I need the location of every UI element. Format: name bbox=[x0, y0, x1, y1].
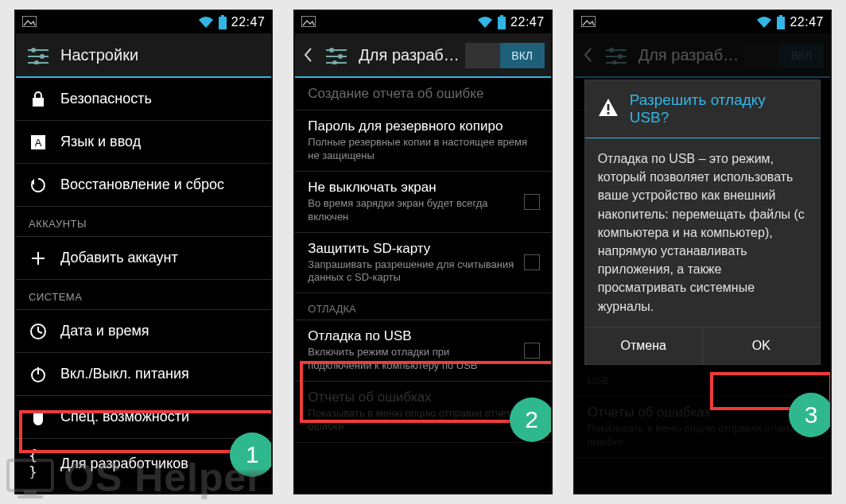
section-system: СИСТЕМА bbox=[16, 280, 271, 310]
step-badge-3: 3 bbox=[789, 393, 832, 437]
power-icon bbox=[29, 366, 48, 383]
phone-screen-2: 22:47 Для разраб… ВКЛ Создание отчета об bbox=[293, 10, 552, 494]
row-label: Спец. возможности bbox=[60, 409, 189, 425]
language-icon: A bbox=[29, 134, 48, 150]
row-label: Дата и время bbox=[60, 323, 149, 339]
svg-point-29 bbox=[338, 54, 343, 59]
svg-text:A: A bbox=[35, 137, 42, 149]
screen-title: Настройки bbox=[60, 46, 263, 64]
svg-rect-9 bbox=[33, 98, 44, 107]
row-label: Вкл./Выкл. питания bbox=[60, 366, 189, 382]
app-bar: Настройки bbox=[16, 33, 271, 78]
warning-icon bbox=[598, 98, 619, 121]
status-bar: 22:47 bbox=[575, 11, 830, 33]
svg-point-36 bbox=[609, 48, 614, 52]
wifi-icon bbox=[198, 16, 214, 29]
row-label: Безопасность bbox=[60, 91, 152, 107]
row-subtitle: Запрашивать разрешение для считывания да… bbox=[308, 258, 515, 285]
svg-point-27 bbox=[329, 48, 334, 52]
status-time: 22:47 bbox=[510, 15, 545, 29]
row-title: Отчеты об ошибках bbox=[588, 405, 819, 421]
settings-sliders-icon bbox=[24, 41, 52, 69]
master-toggle: ВКЛ bbox=[744, 43, 824, 68]
step-badge-1: 1 bbox=[230, 432, 273, 477]
row-protect-sd[interactable]: Защитить SD-карту Запрашивать разрешение… bbox=[295, 233, 550, 294]
row-accessibility[interactable]: Спец. возможности bbox=[16, 396, 271, 439]
dialog-body: Отладка по USB – это режим, который позв… bbox=[585, 138, 820, 327]
row-title: Отладка по USB bbox=[308, 328, 515, 344]
row-label: Для разработчиков bbox=[60, 456, 188, 472]
gallery-icon bbox=[22, 16, 37, 29]
row-language[interactable]: A Язык и ввод bbox=[16, 121, 271, 164]
svg-point-8 bbox=[34, 60, 39, 64]
status-bar: 22:47 bbox=[16, 11, 271, 33]
dialog-actions: Отмена OK bbox=[585, 327, 820, 364]
row-security[interactable]: Безопасность bbox=[16, 78, 271, 121]
wifi-icon bbox=[477, 16, 493, 29]
svg-rect-42 bbox=[607, 104, 609, 110]
row-title: Создание отчета об ошибке bbox=[308, 86, 539, 102]
row-bug-report[interactable]: Создание отчета об ошибке bbox=[295, 78, 550, 110]
row-power-schedule[interactable]: Вкл./Выкл. питания bbox=[16, 353, 271, 396]
plus-icon bbox=[29, 250, 48, 266]
row-title: Не выключать экран bbox=[308, 180, 515, 196]
phone-screen-3: 22:47 Для разраб… ВКЛ Создание отчета об bbox=[573, 10, 832, 494]
battery-icon bbox=[219, 15, 227, 29]
section-accounts: АККАУНТЫ bbox=[16, 207, 271, 237]
phone-screen-1: 22:47 Настройки Безопас bbox=[14, 10, 273, 494]
dialog-title: Разрешить отладку USB? bbox=[630, 91, 807, 126]
status-time: 22:47 bbox=[231, 15, 266, 29]
section-debug: ОТЛАДКА bbox=[295, 293, 550, 320]
row-label: Язык и ввод bbox=[60, 134, 141, 150]
checkbox[interactable] bbox=[524, 194, 540, 210]
status-time: 22:47 bbox=[790, 15, 824, 29]
toggle-on-label: ВКЛ bbox=[500, 43, 545, 68]
master-toggle[interactable]: ВКЛ bbox=[465, 43, 545, 68]
svg-point-6 bbox=[40, 54, 45, 59]
svg-rect-34 bbox=[777, 17, 785, 29]
hand-icon bbox=[29, 409, 48, 426]
row-subtitle: USB bbox=[588, 374, 819, 388]
settings-sliders-icon bbox=[602, 41, 631, 69]
settings-list: Безопасность A Язык и ввод Восстановлени… bbox=[16, 78, 271, 494]
row-add-account[interactable]: Добавить аккаунт bbox=[16, 237, 271, 280]
checkbox[interactable] bbox=[524, 343, 540, 359]
row-date-time[interactable]: Дата и время bbox=[16, 310, 271, 353]
checkbox[interactable] bbox=[524, 254, 540, 270]
wifi-icon bbox=[756, 16, 772, 29]
svg-point-4 bbox=[31, 48, 36, 52]
svg-rect-1 bbox=[221, 15, 224, 17]
status-bar: 22:47 bbox=[295, 11, 550, 33]
row-subtitle: Во время зарядки экран будет всегда вклю… bbox=[308, 197, 515, 224]
back-icon[interactable] bbox=[303, 33, 314, 77]
row-title: Защитить SD-карту bbox=[308, 241, 515, 257]
svg-rect-43 bbox=[607, 112, 609, 114]
svg-rect-33 bbox=[779, 15, 782, 17]
svg-point-31 bbox=[332, 60, 337, 64]
svg-point-38 bbox=[618, 54, 623, 59]
row-backup-password[interactable]: Пароль для резервного копиро Полные резе… bbox=[295, 110, 550, 172]
ok-button[interactable]: OK bbox=[703, 328, 820, 364]
developer-options-list: Создание отчета об ошибке Пароль для рез… bbox=[295, 78, 550, 443]
svg-line-17 bbox=[38, 331, 42, 333]
row-subtitle: Показывать в меню опцию отправки отчета … bbox=[588, 422, 819, 449]
battery-icon bbox=[498, 15, 506, 29]
row-usb-debugging[interactable]: Отладка по USB Включить режим отладки пр… bbox=[295, 320, 550, 382]
lock-icon bbox=[29, 91, 48, 107]
cancel-button[interactable]: Отмена bbox=[585, 328, 703, 364]
row-about-phone[interactable]: О телефоне bbox=[16, 489, 271, 494]
gallery-icon bbox=[581, 16, 596, 29]
restore-icon bbox=[29, 176, 48, 194]
step-badge-2: 2 bbox=[510, 397, 553, 442]
row-label: Добавить аккаунт bbox=[60, 250, 178, 266]
toggle-on-label: ВКЛ bbox=[779, 43, 824, 68]
row-stay-awake[interactable]: Не выключать экран Во время зарядки экра… bbox=[295, 172, 550, 233]
bg-row: USB bbox=[575, 365, 830, 397]
row-backup-reset[interactable]: Восстановление и сброс bbox=[16, 164, 271, 207]
braces-icon: { } bbox=[29, 447, 48, 480]
app-bar: Для разраб… ВКЛ bbox=[575, 33, 830, 78]
clock-icon bbox=[29, 323, 48, 340]
row-title: Пароль для резервного копиро bbox=[308, 118, 539, 134]
svg-rect-2 bbox=[219, 17, 227, 29]
row-title: Отчеты об ошибках bbox=[308, 390, 539, 405]
